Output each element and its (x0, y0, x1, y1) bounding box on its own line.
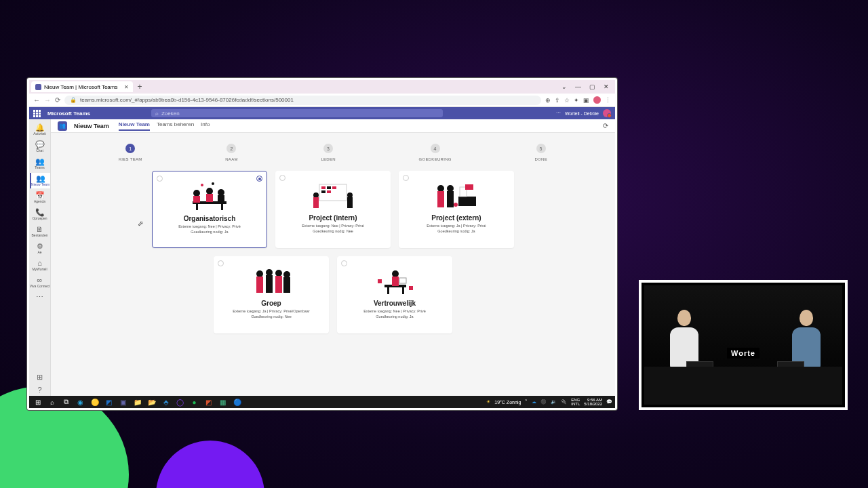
rail-item-bestanden[interactable]: 🗎Bestanden (30, 224, 50, 239)
language-indicator[interactable]: ENG INTL (571, 398, 580, 406)
taskbar-teams[interactable]: ▣ (117, 397, 129, 407)
step-3[interactable]: 3LEDEN (321, 144, 336, 161)
svg-rect-34 (275, 276, 282, 293)
step-1[interactable]: 1KIES TEAM (119, 144, 142, 161)
menu-icon[interactable]: ⋮ (605, 97, 611, 104)
step-5[interactable]: 5DONE (534, 144, 547, 161)
rail-item-viva[interactable]: ∞Viva Connect (30, 274, 50, 290)
rail-item-ae[interactable]: ⚙Ae (30, 241, 50, 256)
reload-icon[interactable]: ⟳ (55, 96, 60, 104)
weather-text[interactable]: 19°C Zonnig (494, 400, 521, 405)
window-controls: ⌄ — ▢ ✕ (561, 83, 613, 90)
share-icon[interactable]: ⇪ (555, 97, 560, 104)
card-project-extern[interactable]: Project (extern) Externe toegang: Ja | P… (399, 171, 514, 248)
close-window-icon[interactable]: ✕ (604, 83, 609, 90)
minimize-icon[interactable]: — (575, 83, 581, 90)
rail-item-more[interactable]: ⋯ (30, 291, 50, 303)
card-groep[interactable]: Groep Externe toegang: Ja | Privacy: Pri… (214, 256, 329, 333)
rail-item-oproepen[interactable]: 📞Oproepen (30, 207, 50, 222)
step-2[interactable]: 2NAAM (225, 144, 238, 161)
radio-indicator (403, 175, 409, 181)
taskbar-app-3[interactable]: ▦ (217, 397, 229, 407)
panel-icon[interactable]: ▣ (583, 97, 589, 104)
tab-favicon (35, 84, 41, 90)
rail-item-teams[interactable]: 👥Teams (30, 156, 50, 171)
svg-rect-42 (399, 278, 406, 283)
windows-taskbar: ⊞ ⌕ ⧉ ◉ 🟡 ◩ ▣ 📁 📂 ⬘ ◯ ● ◩ ▦ 🔵 ☀ 19°C Zon… (29, 396, 615, 408)
user-avatar-icon[interactable] (603, 109, 611, 117)
extensions-icon[interactable]: ✦ (574, 97, 579, 104)
url-input[interactable]: 🔒 teams.microsoft.com/_#/apps/ab9bea0b-d… (64, 96, 541, 105)
tab-teams-beheren[interactable]: Teams beheren (157, 121, 194, 131)
refresh-icon[interactable]: ⟳ (603, 122, 608, 129)
taskbar-folder[interactable]: 📂 (146, 397, 157, 407)
search-toggle-icon[interactable]: ⊕ (545, 97, 551, 104)
radio-selected-icon (256, 176, 262, 182)
tray-chevron-icon[interactable]: ˄ (525, 399, 528, 405)
teams-body: 🔔Activiteit 💬Chat 👥Teams 👥Nieuw Team 📅Ag… (29, 119, 615, 396)
svg-rect-44 (409, 286, 413, 290)
tray-volume-icon[interactable]: 🔉 (551, 399, 557, 405)
taskbar-app-2[interactable]: ◯ (174, 397, 186, 407)
taskbar-app-1[interactable]: ⬘ (160, 397, 172, 407)
user-label: Wortell - Debbie (565, 111, 599, 116)
card-organisatorisch[interactable]: Organisatorisch Externe toegang: Nee | P… (152, 171, 267, 248)
card-vertrouwelijk[interactable]: Vertrouwelijk Externe toegang: Nee | Pri… (337, 256, 452, 333)
radio-indicator (218, 260, 224, 266)
rail-item-nieuw-team[interactable]: 👥Nieuw Team (30, 173, 50, 188)
taskbar-outlook[interactable]: ◩ (103, 397, 115, 407)
profile-avatar-icon[interactable] (593, 96, 601, 104)
rail-item-mywortell[interactable]: ⌂MyWortell (30, 258, 50, 273)
search-button[interactable]: ⌕ (46, 397, 58, 407)
forward-icon[interactable]: → (44, 96, 51, 104)
more-icon[interactable]: ⋯ (556, 110, 561, 116)
new-tab-button[interactable]: + (137, 82, 142, 92)
taskbar-spotify[interactable]: ● (189, 397, 200, 407)
start-button[interactable]: ⊞ (32, 397, 43, 407)
star-icon[interactable]: ☆ (564, 97, 570, 104)
taskbar-powerpoint[interactable]: ◩ (203, 397, 214, 407)
tray-onedrive-icon[interactable]: ☁ (532, 399, 536, 405)
rail-item-activity[interactable]: 🔔Activiteit (30, 122, 50, 138)
profile-area[interactable]: ⋯ Wortell - Debbie (556, 109, 611, 117)
clock[interactable]: 9:56 AM 5/18/2022 (584, 398, 602, 406)
taskbar-explorer[interactable]: 📁 (132, 397, 143, 407)
search-input[interactable]: ⌕ Zoeken (151, 109, 443, 117)
app-launcher-icon[interactable] (33, 110, 41, 117)
taskbar-chrome-2[interactable]: 🔵 (231, 397, 243, 407)
svg-point-5 (206, 188, 213, 195)
svg-rect-36 (283, 277, 290, 293)
weather-icon[interactable]: ☀ (486, 399, 490, 405)
back-icon[interactable]: ← (33, 96, 40, 104)
search-icon: ⌕ (155, 110, 159, 117)
app-rail: 🔔Activiteit 💬Chat 👥Teams 👥Nieuw Team 📅Ag… (29, 119, 51, 396)
chevron-down-icon[interactable]: ⌄ (561, 83, 567, 90)
svg-rect-30 (256, 277, 263, 293)
rail-item-chat[interactable]: 💬Chat (30, 139, 50, 155)
taskbar-chrome[interactable]: 🟡 (89, 397, 100, 407)
svg-point-31 (266, 269, 273, 276)
rail-item-help[interactable]: ? (30, 384, 50, 396)
notifications-icon[interactable]: 💬 (606, 399, 612, 405)
lock-icon: 🔒 (70, 97, 77, 103)
more-icon: ⋯ (36, 293, 43, 301)
browser-window: Nieuw Team | Microsoft Teams ✕ + ⌄ — ▢ ✕… (27, 78, 617, 410)
tray-battery-icon[interactable]: 🔌 (561, 399, 567, 405)
illustration (302, 180, 363, 210)
tab-info[interactable]: Info (201, 121, 210, 131)
step-4[interactable]: 4GOEDKEURING (419, 144, 452, 161)
close-tab-icon[interactable]: ✕ (124, 84, 129, 90)
link-icon: ∞ (37, 277, 43, 284)
tab-nieuw-team[interactable]: Nieuw Team (119, 121, 150, 131)
taskview-button[interactable]: ⧉ (60, 397, 72, 407)
rail-item-apps[interactable]: ⊞ (30, 371, 50, 383)
taskbar-edge[interactable]: ◉ (75, 397, 86, 407)
svg-rect-2 (221, 204, 223, 210)
tray-network-icon[interactable]: ⚫ (540, 399, 547, 405)
maximize-icon[interactable]: ▢ (589, 83, 595, 90)
rail-item-agenda[interactable]: 📅Agenda (30, 190, 50, 205)
card-project-intern[interactable]: Project (intern) Externe toegang: Nee | … (275, 171, 391, 248)
teams-top-bar: Microsoft Teams ⌕ Zoeken ⋯ Wortell - Deb… (29, 107, 615, 119)
illustration (241, 266, 302, 296)
browser-tab[interactable]: Nieuw Team | Microsoft Teams ✕ (31, 81, 133, 92)
